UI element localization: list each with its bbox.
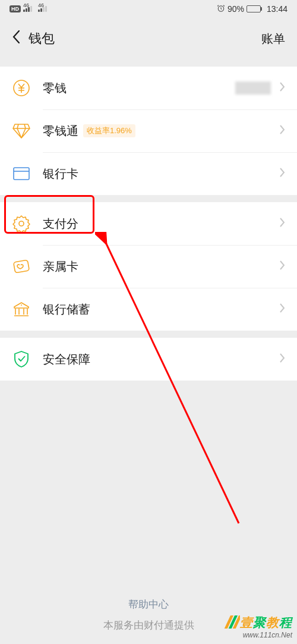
badge-gear-icon	[12, 214, 31, 233]
item-bank-cards[interactable]: 银行卡	[0, 152, 297, 195]
diamond-icon	[12, 121, 31, 140]
yuan-icon	[12, 78, 31, 98]
page-title: 钱包	[29, 30, 55, 48]
signal-1: 46	[23, 6, 32, 12]
svg-point-3	[19, 221, 24, 226]
item-family-card[interactable]: 亲属卡	[0, 245, 297, 288]
bank-icon	[12, 300, 31, 319]
item-label: 银行储蓄	[43, 301, 274, 318]
svg-rect-2	[14, 168, 29, 180]
alarm-icon	[217, 4, 225, 14]
section-wallet: 零钱 零钱通 收益率1.96% 银行卡	[0, 67, 297, 195]
chevron-right-icon	[279, 217, 285, 231]
provider-text: 本服务由财付通提供	[103, 620, 194, 631]
chevron-right-icon	[279, 81, 285, 95]
back-button[interactable]	[12, 29, 21, 49]
chevron-right-icon	[279, 124, 285, 138]
card-icon	[12, 164, 31, 183]
battery-icon	[247, 5, 262, 12]
status-bar: HD 46 46 90%	[0, 0, 297, 18]
signal-2: 46	[38, 6, 47, 12]
hd-badge: HD	[10, 5, 21, 12]
chevron-right-icon	[279, 167, 285, 181]
item-label: 安全保障	[43, 351, 274, 367]
chevron-right-icon	[279, 303, 285, 316]
time: 13:44	[267, 4, 287, 14]
section-security: 安全保障	[0, 338, 297, 381]
item-bank-savings[interactable]: 银行储蓄	[0, 288, 297, 331]
chevron-right-icon	[279, 260, 285, 274]
item-change[interactable]: 零钱	[0, 67, 297, 109]
section-services: 支付分 亲属卡 银行储蓄	[0, 202, 297, 331]
item-label: 零钱	[43, 80, 235, 96]
status-left: HD 46 46	[10, 5, 47, 12]
heart-card-icon	[12, 257, 31, 276]
battery-percent: 90%	[228, 4, 244, 14]
item-label: 亲属卡	[43, 259, 274, 275]
item-label: 银行卡	[43, 166, 274, 182]
rate-badge: 收益率1.96%	[83, 124, 135, 137]
item-label: 支付分	[43, 216, 274, 232]
status-right: 90% 13:44	[217, 4, 287, 14]
bills-button[interactable]: 账单	[261, 31, 285, 47]
help-center-link[interactable]: 帮助中心	[0, 598, 297, 611]
shield-check-icon	[12, 350, 31, 369]
item-security[interactable]: 安全保障	[0, 338, 297, 381]
svg-rect-4	[14, 260, 30, 273]
item-change-plus[interactable]: 零钱通 收益率1.96%	[0, 109, 297, 152]
item-label: 零钱通	[43, 123, 78, 139]
nav-bar: 钱包 账单	[0, 18, 297, 59]
watermark-url: www.111cn.Net	[223, 631, 292, 639]
chevron-right-icon	[279, 353, 285, 366]
watermark: 壹聚教程 www.111cn.Net	[223, 614, 292, 639]
item-pay-score[interactable]: 支付分	[0, 202, 297, 245]
change-amount-blurred	[235, 81, 271, 95]
